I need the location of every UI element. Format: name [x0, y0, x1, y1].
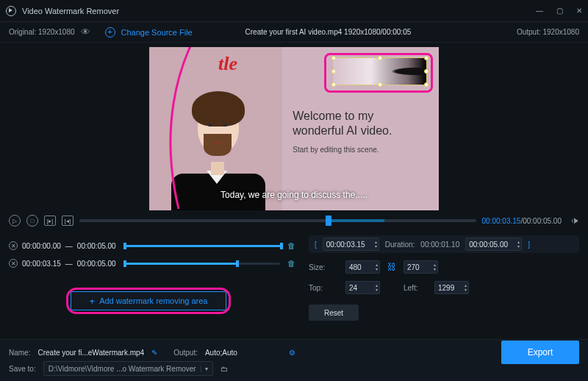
- watermark-selection-box[interactable]: [333, 57, 427, 85]
- parameters-panel: [ ▴▾ Duration:00:00:01.10 ▴▾ ] Size: ▴▾ …: [309, 235, 579, 321]
- save-path-dropdown-icon[interactable]: ▾: [201, 366, 208, 372]
- minimize-button[interactable]: —: [536, 7, 543, 15]
- range-start: 00:00:03.15: [22, 260, 61, 268]
- original-resolution-label: Original: 1920x1080: [9, 28, 75, 36]
- title-bar: Video Watermark Remover — ▢ ✕: [0, 0, 588, 22]
- save-to-label: Save to:: [9, 365, 36, 373]
- range-bar[interactable]: [123, 245, 280, 247]
- open-folder-icon[interactable]: 🗀: [220, 365, 228, 373]
- change-source-button[interactable]: Change Source File: [121, 28, 193, 37]
- ranges-panel: ✕00:00:00.00—00:00:05.00🗑✕00:00:03.15—00…: [9, 235, 295, 321]
- slide-subtext: Start by editing this scene.: [293, 146, 429, 154]
- header-bar: Original: 1920x1080 👁 + Change Source Fi…: [0, 22, 588, 43]
- range-sep: —: [65, 242, 73, 250]
- top-label: Top:: [309, 284, 338, 292]
- app-title: Video Watermark Remover: [22, 7, 119, 15]
- save-path-value: D:\Vidmore\Vidmore ...o Watermark Remove…: [49, 365, 196, 373]
- timeline-track[interactable]: [79, 219, 476, 222]
- remove-range-icon[interactable]: ✕: [9, 241, 18, 250]
- bracket-right-icon[interactable]: ]: [528, 241, 530, 249]
- video-preview[interactable]: Welcome to my wonderful AI video. Start …: [149, 47, 439, 210]
- duration-value: 00:00:01.10: [420, 241, 459, 249]
- output-settings-icon[interactable]: ⚙: [289, 349, 295, 357]
- range-end: 00:00:05.00: [77, 260, 116, 268]
- range-start: 00:00:00.00: [22, 242, 61, 250]
- video-caption: Today, we are going to discuss the.....: [149, 190, 439, 200]
- left-input[interactable]: ▴▾: [434, 281, 469, 294]
- add-watermark-area-label: Add watermark removing area: [99, 296, 207, 305]
- left-label: Left:: [404, 284, 427, 292]
- plus-icon: +: [90, 296, 96, 306]
- top-input[interactable]: ▴▾: [345, 281, 380, 294]
- size-height-input[interactable]: ▴▾: [404, 260, 438, 274]
- close-button[interactable]: ✕: [576, 7, 582, 15]
- range-bar[interactable]: [123, 263, 280, 265]
- playback-controls: ▷ □ [▸] [◂] 00:00:03.15/00:00:05.00 🕩: [0, 210, 588, 231]
- play-button[interactable]: ▷: [9, 215, 21, 227]
- partial-title-text: tle: [218, 53, 237, 75]
- output-resolution-label: Output: 1920x1080: [517, 28, 579, 36]
- duration-label: Duration:: [385, 241, 415, 249]
- size-label: Size:: [309, 263, 338, 271]
- delete-range-icon[interactable]: 🗑: [287, 259, 295, 268]
- volume-icon[interactable]: 🕩: [570, 216, 579, 226]
- range-end: 00:00:05.00: [77, 242, 116, 250]
- range-start-input[interactable]: ▴▾: [323, 238, 379, 251]
- preview-toggle-icon[interactable]: 👁: [81, 26, 90, 38]
- reset-button[interactable]: Reset: [309, 305, 359, 321]
- range-sep: —: [65, 260, 73, 268]
- mark-in-button[interactable]: [▸]: [44, 216, 56, 226]
- output-name-value: Create your fi...eWatermark.mp4: [37, 349, 144, 357]
- range-row: ✕00:00:03.15—00:00:05.00🗑: [9, 256, 295, 271]
- time-display: 00:00:03.15/00:00:05.00: [482, 217, 562, 225]
- bottom-bar: Name: Create your fi...eWatermark.mp4 ✎ …: [0, 339, 588, 381]
- range-end-input[interactable]: ▴▾: [465, 238, 522, 251]
- name-label: Name:: [9, 349, 30, 357]
- stop-button[interactable]: □: [26, 215, 38, 227]
- edit-name-icon[interactable]: ✎: [151, 349, 157, 357]
- timeline-playhead[interactable]: [326, 216, 331, 226]
- export-button[interactable]: Export: [501, 341, 579, 364]
- size-width-input[interactable]: ▴▾: [345, 260, 380, 274]
- link-dimensions-icon[interactable]: ⛓: [387, 262, 396, 272]
- maximize-button[interactable]: ▢: [556, 7, 563, 15]
- remove-range-icon[interactable]: ✕: [9, 259, 18, 268]
- app-logo-icon: [6, 6, 16, 16]
- mark-out-button[interactable]: [◂]: [62, 216, 74, 226]
- file-info-label: Create your first AI video.mp4 1920x1080…: [245, 28, 412, 36]
- time-range-bracket: [ ▴▾ Duration:00:00:01.10 ▴▾ ]: [309, 235, 579, 253]
- add-watermark-area-button[interactable]: + Add watermark removing area: [71, 291, 226, 310]
- delete-range-icon[interactable]: 🗑: [287, 241, 295, 250]
- timeline-selection[interactable]: [326, 219, 385, 222]
- slide-heading: Welcome to my wonderful AI video.: [293, 109, 429, 138]
- output-label: Output:: [173, 349, 198, 357]
- output-preset-value: Auto;Auto: [205, 349, 237, 357]
- add-source-icon[interactable]: +: [105, 27, 115, 38]
- range-row: ✕00:00:00.00—00:00:05.00🗑: [9, 238, 295, 253]
- bracket-left-icon[interactable]: [: [315, 241, 317, 249]
- save-path-box[interactable]: D:\Vidmore\Vidmore ...o Watermark Remove…: [43, 361, 213, 376]
